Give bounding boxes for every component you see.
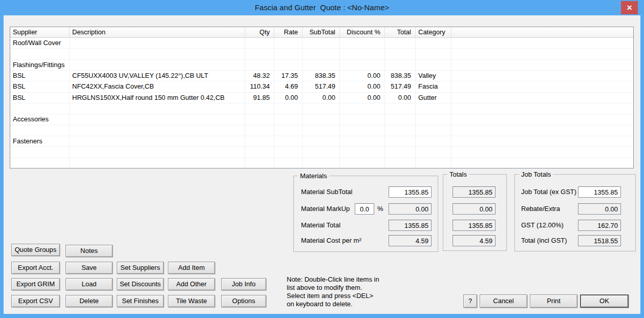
table-row[interactable]: BSLHRGLNS150XX,Half round 150 mm Gutter … — [10, 93, 633, 103]
note-line: on keyboard to delete. — [287, 300, 379, 308]
table-cell — [452, 49, 633, 59]
table-cell — [303, 103, 340, 114]
table-cell: 0.00 — [303, 93, 340, 103]
table-cell — [416, 158, 452, 168]
column-header[interactable] — [452, 27, 633, 37]
table-cell — [452, 125, 633, 136]
note-line: list above to modify them. — [287, 284, 379, 292]
total-incl-gst-field — [578, 235, 621, 246]
table-row[interactable] — [10, 103, 633, 114]
table-cell — [70, 158, 245, 168]
add-other-button[interactable]: Add Other — [168, 278, 215, 290]
table-cell — [340, 147, 385, 157]
quote-groups-button[interactable]: Quote Groups — [11, 244, 60, 256]
table-cell — [340, 38, 385, 48]
load-button[interactable]: Load — [66, 278, 113, 290]
column-header[interactable]: Total — [385, 27, 416, 37]
table-cell — [452, 71, 633, 81]
table-cell — [274, 147, 303, 157]
column-header[interactable]: Rate — [274, 27, 303, 37]
material-markup-input[interactable] — [355, 203, 374, 215]
table-cell — [303, 125, 340, 136]
notes-button[interactable]: Notes — [66, 245, 113, 257]
table-row[interactable] — [10, 49, 633, 59]
export-csv-button[interactable]: Export CSV — [11, 295, 60, 307]
material-subtotal-field[interactable] — [389, 186, 432, 198]
table-cell — [245, 49, 274, 59]
help-button[interactable]: ? — [463, 294, 477, 308]
table-row[interactable]: BSLCF55UXX4003 UV,VALLEY (145.22°),CB UL… — [10, 71, 633, 81]
table-row[interactable] — [10, 147, 633, 158]
table-cell — [70, 38, 245, 48]
column-header[interactable]: Category — [416, 27, 452, 37]
titlebar: Fascia and Gutter Quote : <No-Name> ✕ — [0, 0, 644, 15]
table-cell — [303, 49, 340, 59]
table-cell: NFC42XX,Fascia Cover,CB — [70, 81, 245, 92]
table-cell — [340, 49, 385, 59]
totals-group-title: Totals — [447, 171, 469, 178]
table-cell — [10, 103, 70, 114]
column-header[interactable]: SubTotal — [303, 27, 340, 37]
material-markup-amount-field — [389, 203, 432, 215]
table-cell — [340, 158, 385, 168]
rebate-extra-field — [578, 203, 621, 215]
add-item-button[interactable]: Add Item — [168, 262, 215, 274]
totals-group: Totals — [443, 174, 507, 251]
materials-group: Materials Material SubTotal Material Mar… — [293, 176, 438, 252]
set-suppliers-button[interactable]: Set Suppliers — [117, 262, 164, 274]
table-row[interactable]: Fasteners — [10, 136, 633, 147]
column-header[interactable]: Qty — [245, 27, 274, 37]
table-row[interactable]: Roof/Wall Cover — [10, 38, 633, 49]
table-cell — [70, 125, 245, 136]
table-cell: Accessories — [10, 114, 70, 124]
table-cell — [385, 147, 416, 157]
material-cost-label: Material Cost per m² — [301, 235, 361, 246]
table-row[interactable]: BSLNFC42XX,Fascia Cover,CB110.344.69517.… — [10, 81, 633, 92]
table-cell — [10, 158, 70, 168]
job-info-button[interactable]: Job Info — [221, 278, 266, 290]
table-row[interactable] — [10, 158, 633, 168]
table-cell — [385, 60, 416, 70]
table-cell — [303, 158, 340, 168]
totals-field — [453, 235, 496, 246]
ok-button[interactable]: OK — [580, 294, 629, 308]
options-button[interactable]: Options — [221, 295, 266, 307]
table-cell: CF55UXX4003 UV,VALLEY (145.22°),CB ULT — [70, 71, 245, 81]
column-header[interactable]: Discount % — [340, 27, 385, 37]
table-cell — [340, 103, 385, 114]
table-cell: BSL — [10, 93, 70, 103]
table-cell — [70, 147, 245, 157]
close-button[interactable]: ✕ — [621, 1, 638, 14]
cancel-button[interactable]: Cancel — [480, 294, 527, 308]
column-header[interactable]: Supplier — [10, 27, 70, 37]
table-row[interactable]: Accessories — [10, 114, 633, 125]
table-cell: 91.85 — [245, 93, 274, 103]
table-cell — [274, 60, 303, 70]
table-cell — [452, 38, 633, 48]
table-cell — [10, 49, 70, 59]
table-cell: 0.00 — [340, 71, 385, 81]
table-row[interactable] — [10, 125, 633, 136]
set-finishes-button[interactable]: Set Finishes — [117, 295, 164, 307]
material-markup-label: Material MarkUp — [301, 203, 350, 215]
save-button[interactable]: Save — [66, 262, 113, 274]
tile-waste-button[interactable]: Tile Waste — [168, 295, 215, 307]
export-acct-button[interactable]: Export Acct. — [11, 262, 60, 274]
table-cell: 838.35 — [385, 71, 416, 81]
table-cell: HRGLNS150XX,Half round 150 mm Gutter 0.4… — [70, 93, 245, 103]
job-total-field[interactable] — [578, 186, 621, 198]
rebate-extra-label: Rebate/Extra — [521, 203, 560, 215]
column-header[interactable]: Description — [70, 27, 245, 37]
table-cell — [385, 125, 416, 136]
export-grim-button[interactable]: Export GRIM — [11, 278, 60, 290]
delete-button[interactable]: Delete — [66, 295, 113, 307]
material-markup-unit: % — [377, 203, 383, 215]
table-cell — [385, 158, 416, 168]
table-cell — [70, 114, 245, 124]
table-cell — [416, 103, 452, 114]
total-incl-gst-label: Total (incl GST) — [521, 235, 567, 246]
table-row[interactable]: Flashings/Fittings — [10, 60, 633, 71]
set-discounts-button[interactable]: Set Discounts — [117, 278, 164, 290]
print-button[interactable]: Print — [530, 294, 577, 308]
gst-label: GST (12.00%) — [521, 220, 564, 231]
